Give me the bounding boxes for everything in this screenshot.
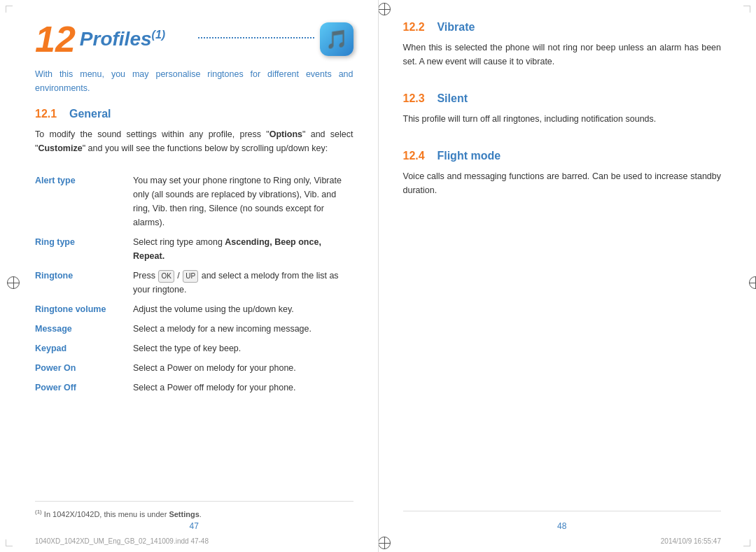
setting-label: Alert type bbox=[35, 171, 133, 232]
chapter-title-text: Profiles bbox=[80, 28, 152, 50]
footnote-text: In 1042X/1042D, this menu is under bbox=[44, 510, 169, 518]
chapter-dots bbox=[198, 37, 314, 38]
right-page-footer: 48 bbox=[403, 511, 722, 531]
body-part3: " and you will see the functions below b… bbox=[83, 143, 328, 153]
section-12-2: 12.2 Vibrate When this is selected the p… bbox=[403, 21, 722, 78]
right-page-number: 48 bbox=[403, 521, 722, 531]
section-12-4-title: 12.4 Flight mode bbox=[403, 150, 722, 162]
section-12-3: 12.3 Silent This profile will turn off a… bbox=[403, 92, 722, 136]
settings-row: Alert typeYou may set your phone rington… bbox=[35, 171, 354, 232]
body-options: Options bbox=[270, 129, 302, 139]
setting-description: Select a melody for a new incoming messa… bbox=[133, 319, 354, 339]
section-12-2-name: Vibrate bbox=[437, 21, 475, 33]
body-part1: To modify the sound settings within any … bbox=[35, 129, 270, 139]
section-12-3-body: This profile will turn off all ringtones… bbox=[403, 112, 722, 126]
chapter-icon: 🎵 bbox=[320, 22, 354, 56]
setting-description: Adjust the volume using the up/down key. bbox=[133, 299, 354, 319]
section-12-1-number: 12.1 bbox=[35, 108, 57, 120]
footnote-bold: Settings bbox=[169, 510, 199, 518]
settings-row: RingtonePress OK / UP and select a melod… bbox=[35, 266, 354, 299]
settings-row: Ringtone volumeAdjust the volume using t… bbox=[35, 299, 354, 319]
chapter-title: Profiles(1) bbox=[80, 28, 195, 50]
chapter-superscript: (1) bbox=[152, 29, 166, 41]
section-12-2-body: When this is selected the phone will not… bbox=[403, 41, 722, 69]
section-12-3-name: Silent bbox=[437, 92, 468, 104]
right-page: 12.2 Vibrate When this is selected the p… bbox=[379, 0, 757, 552]
setting-label: Ringtone volume bbox=[35, 299, 133, 319]
section-12-3-title: 12.3 Silent bbox=[403, 92, 722, 105]
left-page-footer: (1) In 1042X/1042D, this menu is under S… bbox=[35, 501, 354, 531]
settings-table: Alert typeYou may set your phone rington… bbox=[35, 171, 354, 397]
setting-label: Message bbox=[35, 319, 133, 339]
section-12-4-name: Flight mode bbox=[437, 150, 500, 162]
setting-label: Power On bbox=[35, 358, 133, 378]
section-12-1-title: 12.1 General bbox=[35, 108, 354, 120]
meta-right: 2014/10/9 16:55:47 bbox=[661, 537, 721, 545]
settings-row: KeypadSelect the type of key beep. bbox=[35, 339, 354, 358]
setting-label: Keypad bbox=[35, 339, 133, 358]
footnote: (1) In 1042X/1042D, this menu is under S… bbox=[35, 509, 354, 518]
music-icon: 🎵 bbox=[326, 29, 348, 50]
section-12-4-number: 12.4 bbox=[403, 150, 425, 162]
section-12-1-name: General bbox=[69, 108, 111, 120]
settings-row: Power OnSelect a Power on melody for you… bbox=[35, 358, 354, 378]
setting-description: Select a Power off melody for your phone… bbox=[133, 378, 354, 397]
setting-description: Select a Power on melody for your phone. bbox=[133, 358, 354, 378]
section-12-2-title: 12.2 Vibrate bbox=[403, 21, 722, 34]
setting-description: Select ring type among Ascending, Beep o… bbox=[133, 232, 354, 266]
footnote-end: . bbox=[200, 510, 202, 518]
section-12-1-body: To modify the sound settings within any … bbox=[35, 127, 354, 155]
body-customize: Customize bbox=[38, 143, 82, 153]
footnote-superscript: (1) bbox=[35, 509, 42, 515]
left-page: 12 Profiles(1) 🎵 With this menu, you may… bbox=[0, 0, 379, 552]
settings-row: Power OffSelect a Power off melody for y… bbox=[35, 378, 354, 397]
section-12-4: 12.4 Flight mode Voice calls and messagi… bbox=[403, 150, 722, 207]
setting-description: Select the type of key beep. bbox=[133, 339, 354, 358]
setting-description: You may set your phone ringtone to Ring … bbox=[133, 171, 354, 232]
left-page-number: 47 bbox=[35, 521, 354, 531]
setting-label: Power Off bbox=[35, 378, 133, 397]
section-12-3-number: 12.3 bbox=[403, 92, 425, 104]
meta-left: 1040XD_1042XD_UM_Eng_GB_02_141009.indd 4… bbox=[35, 537, 209, 545]
setting-description: Press OK / UP and select a melody from t… bbox=[133, 266, 354, 299]
settings-row: Ring typeSelect ring type among Ascendin… bbox=[35, 232, 354, 266]
setting-label: Ringtone bbox=[35, 266, 133, 299]
chapter-header: 12 Profiles(1) 🎵 bbox=[35, 21, 354, 57]
settings-row: MessageSelect a melody for a new incomin… bbox=[35, 319, 354, 339]
section-12-4-body: Voice calls and messaging functions are … bbox=[403, 169, 722, 197]
setting-label: Ring type bbox=[35, 232, 133, 266]
section-12-2-number: 12.2 bbox=[403, 21, 425, 33]
page-container: 12 Profiles(1) 🎵 With this menu, you may… bbox=[0, 0, 756, 552]
intro-text: With this menu, you may personalise ring… bbox=[35, 67, 354, 95]
chapter-number: 12 bbox=[35, 21, 76, 57]
